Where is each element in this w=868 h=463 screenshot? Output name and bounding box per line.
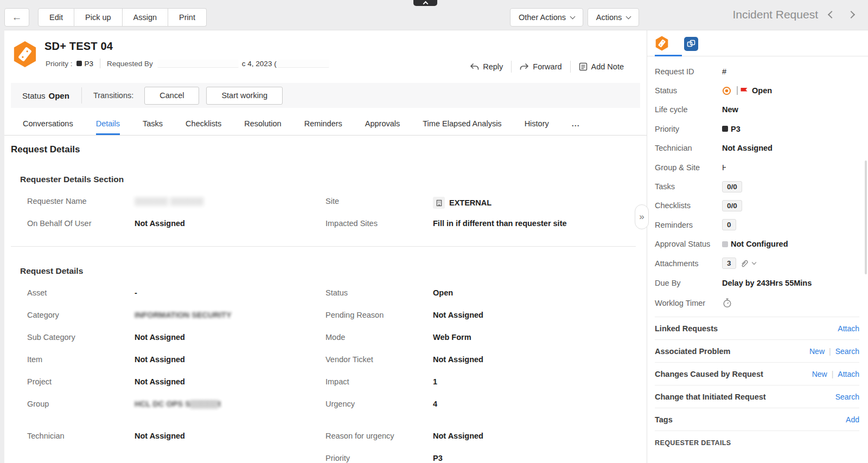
sidebar-scrollbar[interactable] [865,160,867,274]
incident-hexagon-icon [655,36,669,51]
tab-resolution[interactable]: Resolution [244,112,282,135]
spacer [27,417,647,427]
field-row: Technician Not Assigned Reason for urgen… [27,427,647,449]
next-record-button[interactable] [845,8,857,22]
field-row: Priority P3 [27,449,647,463]
search-link[interactable]: Search [835,393,859,401]
related-item-row: Tags Add [655,408,859,430]
print-button[interactable]: Print [168,8,207,27]
field-label: Project [27,377,135,386]
cancel-transition-button[interactable]: Cancel [144,87,199,105]
related-item-label: Linked Requests [655,324,718,333]
field-label: Vendor Ticket [326,355,433,364]
tab-checklists[interactable]: Checklists [186,112,221,135]
transitions-label: Transitions: [93,91,133,100]
tab-tasks[interactable]: Tasks [143,112,163,135]
edit-button[interactable]: Edit [38,8,74,27]
property-label: Due By [655,279,722,287]
attach-link[interactable]: Attach [838,324,859,333]
property-label: Technician [655,144,722,152]
pickup-button[interactable]: Pick up [74,8,123,27]
property-row: Technician Not Assigned [647,139,868,158]
tab-approvals[interactable]: Approvals [365,112,400,135]
site-value: EXTERNAL [449,198,492,207]
field-value: Not Assigned [433,355,483,364]
title-fade-overlay [119,39,152,55]
sidebar-collapse-handle[interactable]: » [635,204,649,229]
page-title-area: Incident Request [732,8,857,22]
redacted-group-site-value: H [722,163,726,172]
other-actions-button[interactable]: Other Actions [510,8,583,27]
related-item-label: Associated Problem [655,347,730,356]
field-row: Requester Name ▒▒▒▒▒▒ ▒▒▒▒▒▒ Site [27,192,647,214]
field-value: 4 [433,400,437,408]
priority-value: P3 [731,125,741,133]
toolbar-button-group: Edit Pick up Assign Print [38,8,207,27]
new-link[interactable]: New [812,370,827,378]
related-item-label: Change that Initiated Request [655,393,766,401]
ticket-properties-tab[interactable] [655,36,670,52]
tab-details[interactable]: Details [96,112,120,135]
divider [81,87,82,104]
new-link[interactable]: New [809,347,825,356]
request-details-fields: Asset - Status Open Category INFORMATION… [27,284,647,463]
actions-button[interactable]: Actions [588,8,639,27]
field-value: Not Assigned [433,311,483,319]
chevron-right-icon [847,11,855,18]
search-link[interactable]: Search [835,347,859,356]
previous-record-button[interactable] [826,8,838,22]
redacted-requester-name [157,60,239,68]
main-panel: SD+ TEST 04 Priority : P3 Requested By c… [4,30,647,463]
sdp-app-tab[interactable] [684,37,698,51]
forward-label: Forward [533,62,561,71]
page-title: Incident Request [732,8,818,21]
arrow-left-icon: ← [12,11,22,23]
tab-history[interactable]: History [525,112,549,135]
divider [570,61,571,73]
paperclip-icon[interactable] [740,259,749,268]
actions-label: Actions [596,13,622,22]
attachments-chevron-down-icon[interactable] [751,260,756,265]
attach-link[interactable]: Attach [838,370,859,378]
redacted-field-value: ▒▒▒▒▒▒ ▒▒▒▒▒▒ [135,197,203,205]
back-button[interactable]: ← [4,8,29,27]
request-tabs: Conversations Details Tasks Checklists R… [4,112,647,136]
active-tab-underline [655,55,682,56]
related-items-list: Linked Requests Attach Associated Proble… [647,317,868,454]
field-label: Mode [326,333,433,342]
redacted-date-tail [278,60,329,68]
property-list: Request ID # Status Open L [647,62,868,313]
field-label: Item [27,355,135,364]
top-toolbar: ← Edit Pick up Assign Print Other Action… [0,0,868,30]
tab-time-elapsed-analysis[interactable]: Time Elapsed Analysis [423,112,501,135]
field-row: Item Not Assigned Vendor Ticket Not Assi… [27,350,647,372]
priority-label: Priority : [46,60,73,68]
reply-button[interactable]: Reply [470,62,503,71]
field-value: Not Assigned [135,432,185,440]
field-value: Not Assigned [135,219,185,228]
property-row: Tasks 0/0 [647,177,868,196]
chevron-down-icon [626,14,631,19]
attachments-count-badge[interactable]: 3 [722,258,736,269]
reminders-count-badge[interactable]: 0 [722,219,736,230]
divider: | [829,347,831,356]
field-label: Technician [27,432,135,440]
status-transition-strip: Status Open Transitions: Cancel Start wo… [11,83,640,108]
forward-button[interactable]: Forward [520,62,561,71]
tab-more[interactable]: ... [572,112,580,135]
request-date-fragment: c 4, 2023 ( [242,60,277,68]
field-label: Urgency [326,400,433,408]
collapse-header-button[interactable] [413,0,437,6]
checklists-count-badge[interactable]: 0/0 [722,200,742,211]
tab-reminders[interactable]: Reminders [304,112,342,135]
property-row: Approval Status Not Configured [647,235,868,254]
assign-button[interactable]: Assign [123,8,169,27]
tasks-count-badge[interactable]: 0/0 [722,181,742,192]
add-note-button[interactable]: Add Note [579,62,624,71]
worklog-timer-icon[interactable] [722,298,732,308]
field-row: Project Not Assigned Impact 1 [27,372,647,395]
start-working-button[interactable]: Start working [206,87,283,105]
property-row: Attachments 3 [647,254,868,273]
tab-conversations[interactable]: Conversations [23,112,73,135]
add-link[interactable]: Add [846,415,859,424]
